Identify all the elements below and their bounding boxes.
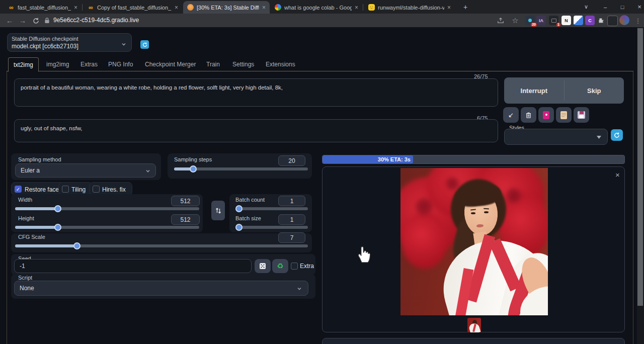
tab-settings[interactable]: Settings [227, 57, 259, 71]
url-field[interactable]: 9e5e6cc2-c519-4dc5.gradio.live [53, 17, 139, 24]
swap-dimensions-button[interactable] [211, 201, 225, 220]
forward-icon[interactable]: → [17, 15, 28, 26]
reload-icon[interactable] [30, 15, 41, 26]
styles-refresh-button[interactable] [611, 129, 623, 141]
cfg-scale-label: CFG Scale [18, 234, 45, 240]
bookmark-star-icon[interactable]: ☆ [510, 15, 521, 26]
skip-button[interactable]: Skip [565, 77, 624, 104]
tab-close-icon[interactable]: × [447, 4, 451, 11]
height-input[interactable]: 512 [171, 214, 200, 225]
sampling-steps-label: Sampling steps [174, 156, 212, 162]
sampling-steps-slider[interactable] [174, 167, 308, 170]
paste-params-button[interactable]: ↙ [503, 107, 519, 123]
extension-5-icon[interactable] [574, 16, 583, 25]
tab-close-icon[interactable]: × [175, 4, 178, 11]
restore-faces-label: Restore faces [25, 186, 62, 193]
window-minimize-icon[interactable]: – [598, 0, 613, 14]
script-dropdown[interactable]: None [14, 281, 308, 296]
extra-seed-checkbox[interactable] [291, 263, 298, 270]
tab-close-icon[interactable]: × [74, 4, 77, 11]
gallery-thumbnail[interactable] [467, 318, 481, 332]
tab-img2img[interactable]: img2img [41, 57, 74, 71]
cfg-scale-slider[interactable] [15, 244, 308, 247]
extra-seed-label: Extra [300, 263, 314, 270]
extra-networks-button[interactable] [538, 107, 554, 123]
browser-tab-3-active[interactable]: [30% ETA: 3s] Stable Diffusion × [183, 1, 270, 14]
notion-icon[interactable]: N [561, 16, 571, 25]
progress-bar: 30% ETA: 3s [322, 155, 625, 164]
tab-extras[interactable]: Extras [75, 57, 103, 71]
tab-title: Copy of fast_stable_diffusion_ [97, 5, 172, 11]
tab-close-icon[interactable]: × [355, 4, 358, 11]
scrollbar-thumb[interactable] [637, 28, 643, 306]
share-icon[interactable] [495, 15, 506, 26]
window-close-icon[interactable]: × [632, 0, 644, 14]
tab-extensions[interactable]: Extensions [261, 57, 300, 71]
tiling-checkbox[interactable] [62, 186, 69, 193]
browser-tab-2[interactable]: ∞ Copy of fast_stable_diffusion_ × [84, 1, 182, 14]
extension-1-icon[interactable]: 20 [525, 16, 535, 25]
clear-prompt-button[interactable] [521, 107, 536, 123]
extension-3-icon[interactable]: 1 [549, 16, 558, 25]
sidebar-panel-icon[interactable] [607, 16, 618, 26]
tab-png-info[interactable]: PNG Info [103, 57, 138, 71]
huggingface-icon: 🙂 [368, 4, 375, 11]
extension-2-icon[interactable]: IA [536, 16, 546, 25]
progress-text: 30% ETA: 3s [378, 156, 411, 162]
profile-avatar[interactable] [619, 15, 629, 25]
browser-tab-5[interactable]: 🙂 runwayml/stable-diffusion-v1 × [364, 1, 455, 14]
negative-prompt-textarea[interactable]: ugly, out of shape, nsfw, [14, 119, 498, 142]
save-style-button[interactable] [574, 107, 589, 123]
clipboard-icon [560, 111, 567, 119]
random-seed-button[interactable] [255, 259, 271, 273]
swap-arrows-icon [215, 207, 221, 214]
seed-input[interactable]: -1 [14, 259, 252, 273]
batch-size-slider[interactable] [235, 226, 308, 229]
tab-train[interactable]: Train [201, 57, 225, 71]
styles-dropdown[interactable] [504, 129, 608, 145]
refresh-icon [614, 132, 620, 138]
batch-size-input[interactable]: 1 [278, 214, 305, 225]
padlock-icon[interactable] [44, 17, 50, 26]
hires-fix-checkbox[interactable] [93, 186, 100, 193]
flower-card-icon [543, 111, 549, 119]
interrupt-button[interactable]: Interrupt [504, 77, 564, 104]
chevron-down-icon [297, 286, 302, 291]
apply-style-button[interactable] [556, 107, 572, 123]
sampling-steps-input[interactable]: 20 [278, 155, 305, 166]
content-border-left [7, 71, 7, 344]
checkpoint-dropdown[interactable]: Stable Diffusion checkpoint model.ckpt [… [7, 33, 132, 52]
cfg-scale-input[interactable]: 7 [278, 232, 305, 243]
browser-tab-1[interactable]: ∞ fast_stable_diffusion_AUTOMA × [4, 1, 82, 14]
tab-checkpoint-merger[interactable]: Checkpoint Merger [140, 57, 201, 71]
extensions-puzzle-icon[interactable] [596, 15, 607, 26]
width-slider[interactable] [15, 207, 199, 210]
colab-icon: ∞ [88, 4, 94, 11]
tab-txt2img[interactable]: txt2img [8, 57, 39, 72]
prompt-textarea[interactable]: portrait of a beautiful woman, wearing a… [14, 78, 498, 107]
sampling-method-dropdown[interactable]: Euler a [15, 163, 156, 178]
generated-image-preview[interactable] [400, 168, 548, 315]
batch-count-input[interactable]: 1 [278, 196, 305, 206]
browser-tab-4[interactable]: what is google colab - Googl × [271, 1, 362, 14]
window-maximize-icon[interactable]: □ [615, 0, 630, 14]
restore-faces-checkbox[interactable]: ✓ [15, 186, 22, 193]
cfg-panel [11, 233, 312, 252]
back-icon[interactable]: ← [4, 15, 15, 26]
height-slider[interactable] [15, 226, 199, 229]
recycle-icon: ♻ [277, 262, 283, 271]
sampling-steps-value: 20 [288, 157, 295, 164]
tab-title: what is google colab - Googl [284, 5, 352, 11]
extension-6-icon[interactable]: C [585, 16, 595, 25]
checkpoint-refresh-button[interactable] [140, 40, 149, 49]
new-tab-button[interactable]: + [458, 0, 473, 14]
window-menu-icon[interactable]: ∨ [579, 0, 594, 14]
generation-info-panel [322, 338, 625, 344]
browser-menu-kebab-icon[interactable]: ⋮ [632, 15, 643, 26]
gallery-close-icon[interactable]: × [615, 170, 620, 179]
tab-close-icon[interactable]: × [262, 4, 266, 11]
batch-count-slider[interactable] [235, 207, 308, 210]
width-input[interactable]: 512 [171, 196, 200, 206]
batch-count-label: Batch count [235, 197, 265, 203]
reuse-seed-button[interactable]: ♻ [272, 259, 288, 273]
